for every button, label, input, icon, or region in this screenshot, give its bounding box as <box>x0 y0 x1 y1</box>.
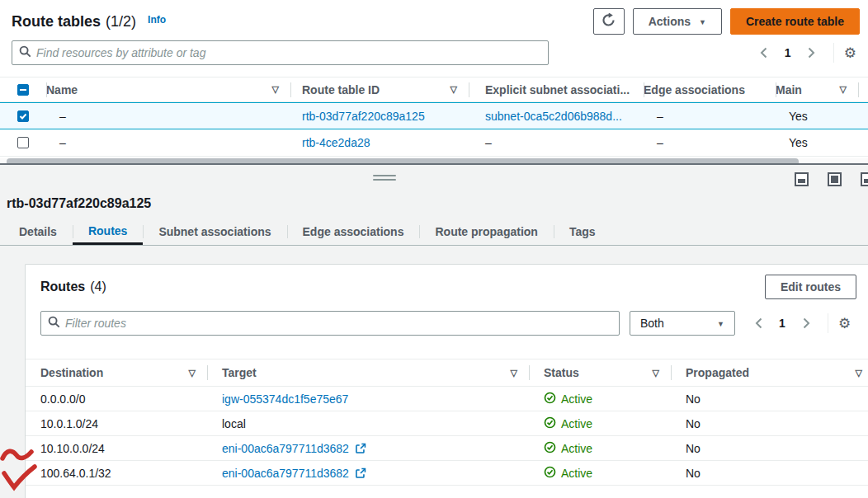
chevron-down-icon: ▼ <box>717 320 724 328</box>
actions-button-label: Actions <box>649 15 691 28</box>
routes-filter-row: Both ▼ 1 ⚙ <box>26 299 868 336</box>
tab-tags[interactable]: Tags <box>554 218 611 245</box>
route-row[interactable]: 0.0.0.0/0 igw-055374dc1f5e75e67 Active N… <box>26 387 868 411</box>
cell-edge: – <box>644 129 776 156</box>
route-row[interactable]: 10.0.1.0/24 local Active No <box>26 411 868 436</box>
panel-side-icon[interactable] <box>861 172 868 186</box>
page-number[interactable]: 1 <box>773 317 791 330</box>
sort-icon[interactable]: ▽ <box>451 84 469 95</box>
panel-expand-icon[interactable] <box>828 172 842 186</box>
settings-gear-icon[interactable]: ⚙ <box>838 317 851 331</box>
routes-filter[interactable] <box>40 311 620 336</box>
split-panel-drag-handle[interactable] <box>373 175 396 183</box>
create-route-table-button[interactable]: Create route table <box>730 8 860 35</box>
sort-icon[interactable]: ▽ <box>840 84 858 95</box>
next-page-button[interactable] <box>800 41 823 64</box>
tab-route-propagation[interactable]: Route propagation <box>419 218 553 245</box>
sort-icon[interactable]: ▽ <box>189 368 207 378</box>
routes-type-select[interactable]: Both ▼ <box>630 311 735 336</box>
table-row[interactable]: – rtb-4ce2da28 – – Yes <box>0 129 868 157</box>
select-value: Both <box>640 317 664 330</box>
actions-button[interactable]: Actions ▼ <box>633 8 722 35</box>
table-header-row: Name ▽ Route table ID ▽ Explicit subnet … <box>0 77 868 102</box>
sort-icon[interactable]: ▽ <box>511 368 529 378</box>
tab-details[interactable]: Details <box>3 218 73 245</box>
routes-card: Routes (4) Edit routes Both ▼ 1 <box>25 264 868 498</box>
cell-main: Yes <box>776 103 858 129</box>
cell-target: local <box>207 411 529 435</box>
refresh-icon <box>601 13 616 30</box>
column-header-destination[interactable]: Destination ▽ <box>26 359 207 386</box>
status-text: Active <box>561 417 592 430</box>
page-title: Route tables <box>12 13 101 31</box>
target-link[interactable]: eni-00ac6a797711d3682 <box>222 442 349 455</box>
cell-destination: 10.0.1.0/24 <box>26 411 207 435</box>
route-tables-section: Route tables (1/2) Info Actions ▼ Create… <box>0 0 868 163</box>
detail-tabs: Details Routes Subnet associations Edge … <box>0 218 868 246</box>
settings-gear-icon[interactable]: ⚙ <box>844 46 856 60</box>
cell-propagated: No <box>671 436 868 460</box>
column-header-propagated[interactable]: Propagated ▽ <box>671 359 868 386</box>
subnet-link[interactable]: subnet-0ca5c2d06b988d... <box>485 110 622 123</box>
edit-routes-button[interactable]: Edit routes <box>765 275 856 299</box>
target-link[interactable]: eni-00ac6a797711d3682 <box>222 467 349 480</box>
route-table-id-link[interactable]: rtb-03d77af220c89a125 <box>302 110 425 123</box>
column-header-route-table-id[interactable]: Route table ID ▽ <box>290 78 469 101</box>
cell-destination: 0.0.0.0/0 <box>26 387 207 411</box>
info-link[interactable]: Info <box>148 14 166 26</box>
status-ok-icon <box>544 416 556 431</box>
column-header-main[interactable]: Main ▽ <box>776 78 858 101</box>
table-row[interactable]: – rtb-03d77af220c89a125 subnet-0ca5c2d06… <box>0 102 868 129</box>
detail-title: rtb-03d77af220c89a125 <box>0 193 868 211</box>
routes-header-row: Destination ▽ Target ▽ Status ▽ Propagat… <box>26 359 868 387</box>
cell-propagated: No <box>671 411 868 435</box>
routes-title: Routes <box>40 280 85 294</box>
tab-edge-associations[interactable]: Edge associations <box>287 218 420 245</box>
sort-icon[interactable]: ▽ <box>272 84 290 95</box>
column-header-target[interactable]: Target ▽ <box>207 359 529 386</box>
select-all-checkbox[interactable] <box>17 84 29 96</box>
target-link[interactable]: igw-055374dc1f5e75e67 <box>222 392 348 406</box>
sort-icon[interactable]: ▽ <box>653 368 671 378</box>
split-panel-bar <box>0 165 868 193</box>
page-header: Route tables (1/2) Info Actions ▼ Create… <box>0 0 868 35</box>
chevron-down-icon: ▼ <box>699 18 706 26</box>
routes-pagination: 1 ⚙ <box>747 312 851 335</box>
external-link-icon[interactable] <box>355 443 366 454</box>
panel-bottom-icon[interactable] <box>795 172 809 186</box>
column-header-name[interactable]: Name ▽ <box>46 78 290 101</box>
resource-search[interactable] <box>12 40 549 65</box>
prev-page-button[interactable] <box>747 312 770 335</box>
page-number[interactable]: 1 <box>779 46 797 59</box>
search-input[interactable] <box>36 46 541 59</box>
external-link-icon[interactable] <box>355 467 366 479</box>
divider <box>828 313 828 333</box>
panel-position-controls <box>795 172 868 186</box>
column-header-explicit-subnet[interactable]: Explicit subnet associati... <box>469 78 644 101</box>
status-text: Active <box>561 392 592 406</box>
prev-page-button[interactable] <box>752 41 776 64</box>
cell-name: – <box>46 103 290 129</box>
routes-filter-input[interactable] <box>65 317 612 330</box>
column-header-status[interactable]: Status ▽ <box>529 359 671 386</box>
next-page-button[interactable] <box>795 312 818 335</box>
route-row[interactable]: 10.10.0.0/24 eni-00ac6a797711d3682 Activ… <box>26 436 868 461</box>
row-checkbox[interactable] <box>17 137 29 148</box>
routes-card-header: Routes (4) Edit routes <box>26 265 868 299</box>
cell-destination: 100.64.0.1/32 <box>26 461 207 485</box>
route-table-id-link[interactable]: rtb-4ce2da28 <box>302 136 370 149</box>
row-checkbox[interactable] <box>17 110 29 122</box>
cell-propagated: No <box>671 461 868 485</box>
search-icon <box>19 45 31 60</box>
sort-icon[interactable]: ▽ <box>856 368 868 378</box>
column-header-edge-associations[interactable]: Edge associations <box>644 78 776 101</box>
route-row[interactable]: 100.64.0.1/32 eni-00ac6a797711d3682 Acti… <box>26 461 868 486</box>
refresh-button[interactable] <box>593 8 625 35</box>
cell-name: – <box>46 129 290 156</box>
tab-routes[interactable]: Routes <box>73 218 143 245</box>
pagination: 1 ⚙ <box>752 41 856 64</box>
cell-destination: 10.10.0.0/24 <box>26 436 207 460</box>
selection-count: (1/2) <box>106 13 136 31</box>
tab-subnet-associations[interactable]: Subnet associations <box>143 218 286 245</box>
cell-main: Yes <box>776 129 858 156</box>
